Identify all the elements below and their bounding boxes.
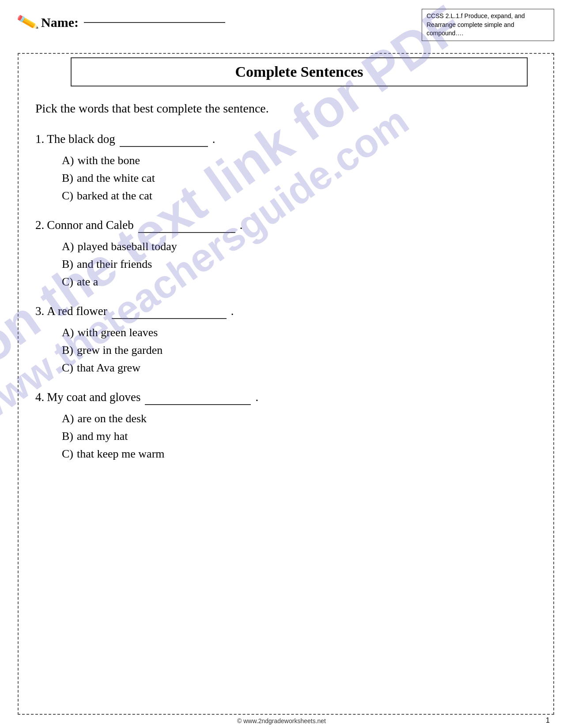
question-1: 1. The black dog . A) with the bone B) a…	[35, 132, 537, 203]
q1-blank	[120, 132, 208, 147]
q2-period: .	[240, 218, 243, 232]
standard-box: CCSS 2.L.1.f Produce, expand, and Rearra…	[422, 9, 554, 41]
q3-option-c: C) that Ava grew	[62, 361, 537, 375]
q3-number: 3.	[35, 304, 44, 318]
q1-stem-text: The black dog	[47, 132, 115, 146]
q1-b-label: B)	[62, 172, 73, 185]
standard-text: CCSS 2.L.1.f Produce, expand, and Rearra…	[427, 12, 525, 37]
q3-c-text: that Ava grew	[77, 361, 140, 375]
q4-blank	[145, 390, 251, 405]
q1-number: 1.	[35, 132, 44, 146]
footer-copyright: © www.2ndgradeworksheets.net	[237, 717, 326, 724]
q4-stem-text: My coat and gloves	[47, 390, 140, 404]
question-2-stem: 2. Connor and Caleb .	[35, 218, 537, 233]
q1-options: A) with the bone B) and the white cat C)…	[62, 154, 537, 203]
pencil-icon: ✏️	[15, 11, 39, 34]
q3-option-b: B) grew in the garden	[62, 344, 537, 357]
question-3: 3. A red flower . A) with green leaves B…	[35, 304, 537, 375]
q4-option-b: B) and my hat	[62, 430, 537, 443]
q1-c-text: barked at the cat	[77, 189, 152, 203]
q4-number: 4.	[35, 390, 44, 404]
q4-a-label: A)	[62, 412, 74, 425]
header: ✏️ Name: CCSS 2.L.1.f Produce, expand, a…	[18, 9, 554, 41]
q2-a-label: A)	[62, 240, 74, 253]
worksheet-page: ✏️ Name: CCSS 2.L.1.f Produce, expand, a…	[0, 0, 563, 728]
q1-option-a: A) with the bone	[62, 154, 537, 167]
q4-option-c: C) that keep me warm	[62, 447, 537, 461]
q3-period: .	[231, 304, 234, 318]
questions-container: 1. The black dog . A) with the bone B) a…	[35, 132, 537, 477]
q3-c-label: C)	[62, 361, 73, 375]
q2-b-text: and their friends	[77, 258, 152, 271]
q2-stem-text: Connor and Caleb	[47, 218, 133, 232]
q4-period: .	[255, 390, 258, 404]
q2-option-a: A) played baseball today	[62, 240, 537, 253]
q3-option-a: A) with green leaves	[62, 326, 537, 339]
q4-a-text: are on the desk	[77, 412, 147, 425]
q1-a-label: A)	[62, 154, 74, 167]
name-section: ✏️ Name:	[18, 9, 225, 32]
q2-a-text: played baseball today	[77, 240, 177, 253]
q2-option-c: C) ate a	[62, 275, 537, 289]
question-4: 4. My coat and gloves . A) are on the de…	[35, 390, 537, 461]
q4-b-label: B)	[62, 430, 73, 443]
question-4-stem: 4. My coat and gloves .	[35, 390, 537, 405]
q2-options: A) played baseball today B) and their fr…	[62, 240, 537, 289]
q4-option-a: A) are on the desk	[62, 412, 537, 425]
q4-c-label: C)	[62, 447, 73, 461]
q3-blank	[112, 304, 227, 319]
q3-stem-text: A red flower	[47, 304, 107, 318]
q1-a-text: with the bone	[77, 154, 140, 167]
q4-options: A) are on the desk B) and my hat C) that…	[62, 412, 537, 461]
question-2: 2. Connor and Caleb . A) played baseball…	[35, 218, 537, 289]
q1-b-text: and the white cat	[77, 172, 155, 185]
question-1-stem: 1. The black dog .	[35, 132, 537, 147]
q1-period: .	[212, 132, 215, 146]
q1-option-b: B) and the white cat	[62, 172, 537, 185]
q4-c-text: that keep me warm	[77, 447, 165, 461]
q2-c-label: C)	[62, 275, 73, 289]
q2-number: 2.	[35, 218, 44, 232]
q2-b-label: B)	[62, 258, 73, 271]
footer-page-number: 1	[546, 717, 550, 724]
q2-option-b: B) and their friends	[62, 258, 537, 271]
q1-option-c: C) barked at the cat	[62, 189, 537, 203]
q4-b-text: and my hat	[77, 430, 128, 443]
q3-options: A) with green leaves B) grew in the gard…	[62, 326, 537, 375]
name-label: Name:	[41, 15, 79, 30]
q2-blank	[138, 218, 235, 233]
q3-b-text: grew in the garden	[77, 344, 162, 357]
title-text: Complete Sentences	[235, 64, 363, 80]
title-box: Complete Sentences	[71, 57, 528, 86]
q3-b-label: B)	[62, 344, 73, 357]
q1-c-label: C)	[62, 189, 73, 203]
q3-a-text: with green leaves	[77, 326, 158, 339]
q3-a-label: A)	[62, 326, 74, 339]
q2-c-text: ate a	[77, 275, 98, 289]
instructions: Pick the words that best complete the se…	[35, 101, 537, 116]
name-line	[84, 22, 225, 23]
footer: © www.2ndgradeworksheets.net	[0, 717, 563, 724]
question-3-stem: 3. A red flower .	[35, 304, 537, 319]
instructions-text: Pick the words that best complete the se…	[35, 101, 269, 115]
